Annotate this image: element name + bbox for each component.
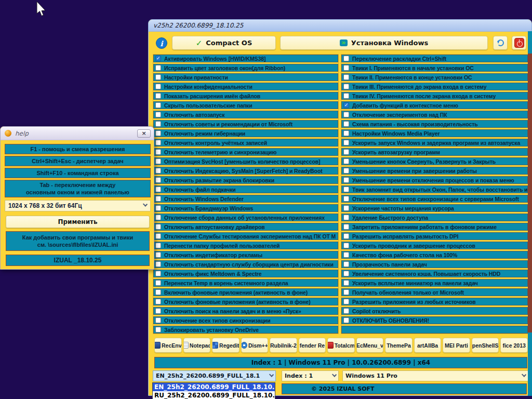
tweak-checkbox[interactable] (343, 56, 349, 61)
tweak-row[interactable]: Разрешить исправлять размытость DPI (341, 232, 528, 240)
image-combo[interactable]: EN_25h2_26200.6899_FULL_18.1 (153, 370, 276, 381)
tweak-row[interactable]: Показать расширения имён файлов (153, 92, 338, 100)
tweak-checkbox[interactable] (343, 177, 349, 183)
tweak-row[interactable]: Переключение раскладки Ctrl+Shift (341, 55, 528, 62)
tweak-checkbox[interactable] (155, 74, 161, 80)
tweak-checkbox[interactable] (155, 168, 161, 174)
tweak-row[interactable]: Отключить фикс Meltdown & Spectre (153, 270, 338, 277)
tool-button[interactable]: fender Re (299, 338, 326, 353)
tweak-row[interactable]: Отключить файл подкачки (153, 185, 338, 193)
tweak-checkbox[interactable] (155, 149, 161, 155)
install-windows-button[interactable]: » Установка Windows (280, 36, 488, 50)
tweak-checkbox[interactable] (155, 317, 161, 323)
tweak-row[interactable]: Схема питания - высокая производительнос… (341, 120, 528, 128)
tweak-row[interactable]: Отключить Windows Defender (153, 195, 338, 203)
tweak-checkbox[interactable] (343, 299, 349, 304)
tweak-checkbox[interactable] (343, 74, 349, 80)
tweak-checkbox[interactable] (155, 308, 161, 314)
tweak-checkbox[interactable] (155, 158, 161, 164)
tweak-row[interactable]: ✓Добавить функций в контекстное меню (341, 101, 528, 109)
tweak-checkbox[interactable] (343, 121, 349, 127)
tweak-checkbox[interactable] (343, 130, 349, 136)
tweak-row[interactable]: Скрыть пользовательские папки (153, 101, 338, 109)
power-button[interactable] (512, 36, 526, 50)
tweak-checkbox[interactable] (343, 271, 349, 276)
tweak-checkbox[interactable]: ✓ (343, 102, 349, 108)
tweak-checkbox[interactable] (343, 149, 349, 155)
tweak-row[interactable] (341, 326, 528, 334)
tweak-row[interactable]: Отключение всех типов синхронизации с се… (341, 195, 528, 203)
tool-button[interactable]: Dism++ (241, 338, 269, 353)
tweak-row[interactable]: Отключение всех типов синхронизации (153, 316, 338, 324)
tweak-row[interactable]: Оптимизация SvcHost [уменьшить количеств… (153, 157, 338, 165)
apply-button[interactable]: Применить (6, 216, 150, 228)
tweak-row[interactable]: Увеличение системного кэша. Повышает ско… (341, 270, 528, 277)
tweak-row[interactable]: Исправить цвет заголовков окон(для Ribbo… (153, 64, 338, 72)
tweak-checkbox[interactable] (155, 224, 161, 230)
tweak-row[interactable]: Перенести Temp в корень системного разде… (153, 279, 338, 287)
tweak-row[interactable]: Отключить индетификатор рекламы (153, 251, 338, 259)
tweak-row[interactable]: Отключение сбора данных об установленных… (153, 214, 338, 221)
tool-button[interactable]: penShellS (472, 338, 499, 353)
tweak-row[interactable]: Отключить режим гибернации (153, 129, 338, 137)
tweak-checkbox[interactable] (343, 158, 349, 164)
tweak-row[interactable]: Отключение экспериментов над ПК (341, 111, 528, 118)
tweak-checkbox[interactable] (155, 261, 161, 267)
tweak-checkbox[interactable] (343, 140, 349, 145)
tweak-row[interactable]: Отключить советы и рекомендации от Micro… (153, 120, 338, 128)
tweak-checkbox[interactable] (155, 187, 161, 192)
index-combo[interactable]: Index : 1 (282, 370, 339, 381)
tweak-checkbox[interactable] (343, 280, 349, 286)
tweak-row[interactable]: Отключить стандартную службу сборщика це… (153, 260, 338, 268)
tweak-checkbox[interactable] (343, 308, 349, 314)
tweak-row[interactable]: Уменьшение кнопок Свернуть, Развернуть и… (341, 157, 528, 165)
tweak-row[interactable]: Качество фона рабочего стола на 100% (341, 251, 528, 259)
tool-button[interactable]: fice 2013 (500, 338, 528, 353)
tweak-row[interactable]: Ускорить автозагрузку программ (341, 148, 528, 156)
tweak-row[interactable]: Твики III. Применяются до экрана входа в… (341, 83, 528, 90)
tweak-checkbox[interactable] (343, 84, 349, 89)
tweak-row[interactable]: Разрешить приложения из любых источников (341, 298, 528, 305)
tweak-checkbox[interactable] (343, 196, 349, 202)
tool-button[interactable]: Rubilnik-2 (270, 338, 297, 353)
tweak-checkbox[interactable] (155, 252, 161, 258)
tweak-checkbox[interactable] (343, 187, 349, 192)
tweak-row[interactable]: Твики II. Применяются в конце установки … (341, 73, 528, 81)
tool-button[interactable]: EcMenu_v (356, 338, 384, 353)
tweak-checkbox[interactable] (155, 205, 161, 211)
info-icon[interactable]: i (156, 37, 167, 49)
tweak-checkbox[interactable] (155, 289, 161, 295)
tweak-checkbox[interactable]: ✓ (155, 56, 161, 61)
tweak-row[interactable]: ✓Активировать Windows [HWID/KMS38] (153, 55, 338, 62)
tweak-checkbox[interactable] (155, 243, 161, 248)
tweak-row[interactable]: Получать обновления только от Microsoft (341, 288, 528, 296)
tweak-checkbox[interactable] (343, 224, 349, 230)
tweak-checkbox[interactable] (155, 299, 161, 304)
tweak-checkbox[interactable] (155, 140, 161, 145)
tweak-row[interactable]: Удаление Быстрого доступа (341, 214, 528, 221)
tweak-checkbox[interactable] (155, 280, 161, 286)
tweak-checkbox[interactable] (155, 327, 161, 332)
tweak-checkbox[interactable] (155, 121, 161, 127)
tweak-row[interactable]: Уменьшение времени отключения процессов … (341, 176, 528, 184)
tool-button[interactable]: ThemePa (385, 338, 413, 353)
tool-button[interactable]: Notepad (183, 338, 211, 353)
dropdown-item[interactable]: EN_25h2_26200.6899_FULL_18.10.2 (153, 383, 275, 391)
tweak-row[interactable]: Прозрачность панели задач (341, 260, 528, 268)
tweak-checkbox[interactable] (155, 112, 161, 117)
tweak-row[interactable]: Ускорение частоты мерцания курсора (341, 204, 528, 212)
tweak-row[interactable]: Отключить контроль учётных записей (153, 139, 338, 147)
compact-os-button[interactable]: ✓ Compact OS (172, 36, 276, 50)
refresh-button[interactable] (493, 36, 508, 50)
tweak-row[interactable]: Отключить автоустановку драйверов (153, 223, 338, 231)
tweak-checkbox[interactable] (343, 112, 349, 117)
tweak-row[interactable]: Отключить Брандмауэр Windows (153, 204, 338, 212)
tweak-row[interactable]: Уменьшение времени при завершении работы (341, 167, 528, 175)
tweak-row[interactable]: Твики IV. Применяются после экрана входа… (341, 92, 528, 100)
dropdown-item[interactable]: RU_25h2_26200.6899_FULL_18.10.2 (153, 391, 275, 399)
tweak-checkbox[interactable] (343, 93, 349, 99)
tweak-checkbox[interactable] (343, 243, 349, 248)
tweak-row[interactable]: Отключить Индексацию, SysMain [SuperFetc… (153, 167, 338, 175)
tweak-row[interactable]: Ускорить проводник и завершение процессо… (341, 242, 528, 249)
tweak-row[interactable]: ОТКЛЮЧИТЬ ОБНОВЛЕНИЯ! (341, 316, 528, 324)
